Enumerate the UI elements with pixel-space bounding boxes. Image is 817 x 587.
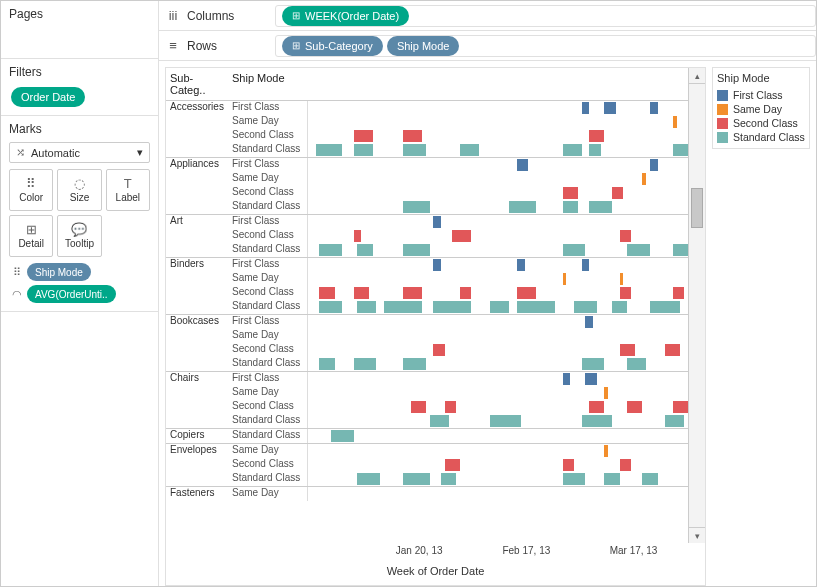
- gantt-mark[interactable]: [430, 415, 449, 427]
- scroll-thumb[interactable]: [691, 188, 703, 228]
- gantt-mark[interactable]: [319, 244, 342, 256]
- gantt-mark[interactable]: [604, 473, 619, 485]
- gantt-mark[interactable]: [403, 201, 430, 213]
- gantt-mark[interactable]: [642, 173, 646, 185]
- gantt-track[interactable]: [308, 429, 688, 443]
- gantt-mark[interactable]: [673, 116, 677, 128]
- gantt-mark[interactable]: [357, 244, 372, 256]
- pill-avg-orderuntil[interactable]: AVG(OrderUnti..: [27, 285, 116, 303]
- gantt-mark[interactable]: [445, 401, 456, 413]
- gantt-mark[interactable]: [509, 201, 536, 213]
- gantt-track[interactable]: [308, 329, 688, 343]
- gantt-mark[interactable]: [319, 287, 334, 299]
- gantt-mark[interactable]: [673, 287, 684, 299]
- gantt-track[interactable]: [308, 272, 688, 286]
- gantt-track[interactable]: [308, 143, 688, 157]
- gantt-mark[interactable]: [620, 230, 631, 242]
- gantt-mark[interactable]: [490, 301, 509, 313]
- gantt-mark[interactable]: [620, 273, 624, 285]
- gantt-mark[interactable]: [517, 301, 555, 313]
- gantt-track[interactable]: [308, 101, 688, 115]
- gantt-mark[interactable]: [357, 473, 380, 485]
- gantt-track[interactable]: [308, 386, 688, 400]
- gantt-mark[interactable]: [582, 102, 590, 114]
- gantt-mark[interactable]: [673, 144, 688, 156]
- gantt-mark[interactable]: [563, 187, 578, 199]
- scroll-up-button[interactable]: ▴: [689, 68, 705, 84]
- gantt-mark[interactable]: [357, 301, 376, 313]
- gantt-mark[interactable]: [620, 287, 631, 299]
- gantt-mark[interactable]: [384, 301, 422, 313]
- legend-item[interactable]: Standard Class: [717, 130, 805, 144]
- gantt-mark[interactable]: [354, 230, 362, 242]
- filter-pill-order-date[interactable]: Order Date: [11, 87, 85, 107]
- gantt-mark[interactable]: [612, 187, 623, 199]
- gantt-mark[interactable]: [589, 201, 612, 213]
- marks-type-dropdown[interactable]: ⤮ Automatic ▾: [9, 142, 150, 163]
- legend-item[interactable]: Same Day: [717, 102, 805, 116]
- gantt-mark[interactable]: [620, 344, 635, 356]
- gantt-mark[interactable]: [354, 130, 373, 142]
- gantt-track[interactable]: [308, 472, 688, 486]
- gantt-mark[interactable]: [403, 287, 422, 299]
- gantt-track[interactable]: [308, 315, 688, 329]
- gantt-track[interactable]: [308, 258, 688, 272]
- gantt-mark[interactable]: [331, 430, 354, 442]
- gantt-mark[interactable]: [585, 373, 596, 385]
- gantt-mark[interactable]: [433, 216, 441, 228]
- gantt-mark[interactable]: [620, 459, 631, 471]
- gantt-body[interactable]: AccessoriesFirst ClassSame DaySecond Cla…: [166, 101, 688, 543]
- gantt-mark[interactable]: [665, 344, 680, 356]
- gantt-mark[interactable]: [673, 244, 688, 256]
- gantt-track[interactable]: [308, 286, 688, 300]
- scroll-down-button[interactable]: ▾: [689, 527, 705, 543]
- gantt-mark[interactable]: [589, 401, 604, 413]
- gantt-mark[interactable]: [319, 301, 342, 313]
- pill-subcategory[interactable]: ⊞Sub-Category: [282, 36, 383, 56]
- gantt-mark[interactable]: [673, 401, 688, 413]
- gantt-mark[interactable]: [517, 287, 536, 299]
- gantt-track[interactable]: [308, 357, 688, 371]
- gantt-mark[interactable]: [517, 159, 528, 171]
- gantt-mark[interactable]: [460, 287, 471, 299]
- gantt-track[interactable]: [308, 186, 688, 200]
- pill-ship-mode[interactable]: Ship Mode: [27, 263, 91, 281]
- gantt-mark[interactable]: [585, 316, 593, 328]
- marks-color-button[interactable]: ⠿Color: [9, 169, 53, 211]
- gantt-track[interactable]: [308, 343, 688, 357]
- gantt-mark[interactable]: [354, 287, 369, 299]
- gantt-track[interactable]: [308, 414, 688, 428]
- gantt-mark[interactable]: [574, 301, 597, 313]
- gantt-track[interactable]: [308, 158, 688, 172]
- gantt-mark[interactable]: [433, 259, 441, 271]
- gantt-track[interactable]: [308, 200, 688, 214]
- gantt-mark[interactable]: [433, 301, 471, 313]
- gantt-mark[interactable]: [650, 159, 658, 171]
- gantt-track[interactable]: [308, 243, 688, 257]
- gantt-mark[interactable]: [441, 473, 456, 485]
- gantt-mark[interactable]: [582, 358, 605, 370]
- gantt-mark[interactable]: [627, 244, 650, 256]
- rows-shelf[interactable]: ≡ Rows ⊞Sub-Category Ship Mode: [159, 31, 816, 61]
- gantt-mark[interactable]: [650, 301, 680, 313]
- gantt-mark[interactable]: [403, 144, 426, 156]
- gantt-mark[interactable]: [665, 415, 684, 427]
- gantt-mark[interactable]: [612, 301, 627, 313]
- gantt-mark[interactable]: [319, 358, 334, 370]
- gantt-mark[interactable]: [642, 473, 657, 485]
- gantt-mark[interactable]: [403, 473, 430, 485]
- gantt-mark[interactable]: [403, 358, 426, 370]
- gantt-mark[interactable]: [445, 459, 460, 471]
- gantt-track[interactable]: [308, 129, 688, 143]
- columns-shelf[interactable]: iii Columns ⊞WEEK(Order Date): [159, 1, 816, 31]
- marks-size-button[interactable]: ◌Size: [57, 169, 101, 211]
- gantt-mark[interactable]: [627, 401, 642, 413]
- gantt-mark[interactable]: [354, 358, 377, 370]
- gantt-mark[interactable]: [490, 415, 520, 427]
- marks-label-button[interactable]: TLabel: [106, 169, 150, 211]
- gantt-track[interactable]: [308, 172, 688, 186]
- pages-shelf[interactable]: Pages: [1, 1, 158, 59]
- gantt-mark[interactable]: [433, 344, 444, 356]
- gantt-track[interactable]: [308, 444, 688, 458]
- gantt-mark[interactable]: [354, 144, 373, 156]
